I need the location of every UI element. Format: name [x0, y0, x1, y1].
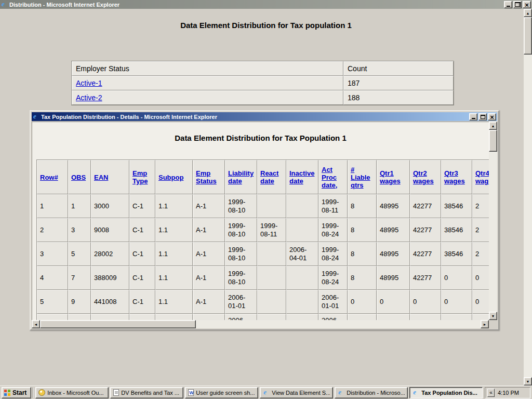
scroll-track[interactable]: [489, 130, 497, 312]
detail-cell: [193, 314, 225, 320]
status-cell: Active-1: [72, 76, 343, 90]
document-icon: [113, 389, 119, 396]
column-sort-link[interactable]: Inactive date: [289, 169, 314, 185]
detail-cell: 28002: [91, 242, 129, 266]
detail-cell: C-1: [129, 194, 155, 218]
detail-window-title: Tax Population Distribution - Details - …: [41, 114, 468, 120]
tray-chevron-button[interactable]: «: [487, 389, 495, 397]
main-page-heading: Data Element Distribution for Tax popula…: [0, 21, 532, 30]
minimize-button[interactable]: [504, 1, 512, 8]
detail-cell: 3: [68, 218, 91, 242]
minimize-button[interactable]: [469, 113, 477, 121]
detail-cell: [91, 314, 129, 320]
detail-cell: [257, 314, 286, 320]
close-button[interactable]: [488, 113, 496, 121]
detail-cell: 8: [348, 218, 377, 242]
detail-cell: [257, 194, 286, 218]
close-icon: [490, 112, 494, 122]
column-sort-link[interactable]: React date: [260, 169, 278, 185]
count-cell: 187: [343, 76, 454, 90]
detail-cell: 1999-08-24: [318, 266, 348, 290]
detail-cell: 8: [348, 242, 377, 266]
detail-horizontal-scrollbar[interactable]: [32, 320, 489, 328]
column-sort-link[interactable]: OBS: [71, 174, 86, 181]
task-label: DV Benefits and Tax ...: [121, 390, 179, 396]
main-vertical-scrollbar[interactable]: [524, 9, 532, 385]
detail-cell: 3: [37, 242, 68, 266]
detail-cell: [441, 314, 472, 320]
scroll-left-button[interactable]: [32, 320, 40, 328]
scroll-up-button[interactable]: [524, 9, 532, 17]
column-sort-link[interactable]: Qtr2 wages: [413, 169, 434, 185]
column-sort-link[interactable]: Qtr1 wages: [380, 169, 401, 185]
detail-cell: A-1: [193, 266, 225, 290]
detail-viewport: Data Element Distribution for Tax Popula…: [32, 122, 489, 320]
taskbar-tasks: Inbox - Microsoft Ou...DV Benefits and T…: [35, 387, 483, 398]
detail-cell: 1.1: [155, 218, 193, 242]
detail-cell: 1999-08-10: [225, 266, 257, 290]
scroll-track[interactable]: [40, 320, 481, 328]
column-sort-link[interactable]: Emp Status: [196, 169, 217, 185]
detail-column-header: Emp Type: [129, 160, 155, 194]
detail-cell: C-1: [129, 290, 155, 314]
column-sort-link[interactable]: Liability date: [228, 169, 254, 185]
main-titlebar: Distribution - Microsoft Internet Explor…: [0, 0, 532, 9]
taskbar-task[interactable]: User guide screen sh...: [185, 387, 258, 398]
detail-cell: 2: [472, 194, 489, 218]
word-icon: [188, 389, 194, 396]
scroll-up-button[interactable]: [489, 122, 497, 130]
detail-column-header: Row#: [37, 160, 68, 194]
scroll-thumb[interactable]: [524, 17, 532, 55]
maximize-button[interactable]: [478, 113, 487, 121]
taskbar-task[interactable]: DV Benefits and Tax ...: [110, 387, 183, 398]
status-link[interactable]: Active-2: [76, 94, 102, 102]
detail-cell: 5: [37, 290, 68, 314]
column-sort-link[interactable]: Qtr3 wages: [444, 169, 465, 185]
detail-row: 113000C-11.1A-11999-08-101999-08-1184899…: [37, 194, 489, 218]
detail-column-header: Inactive date: [286, 160, 318, 194]
table-row: Active-1 187: [72, 76, 454, 90]
main-window-title: Distribution - Microsoft Internet Explor…: [9, 2, 502, 8]
column-sort-link[interactable]: Row#: [40, 174, 58, 181]
taskbar-task[interactable]: Distribution - Microso...: [335, 387, 408, 398]
detail-cell: [286, 290, 318, 314]
detail-column-header: Liability date: [225, 160, 257, 194]
column-sort-link[interactable]: Qtr4 wages: [475, 169, 489, 185]
detail-cell: [68, 314, 91, 320]
main-window-controls: [504, 1, 531, 8]
close-button[interactable]: [523, 1, 531, 8]
column-sort-link[interactable]: EAN: [94, 174, 108, 181]
detail-window-body: Data Element Distribution for Tax Popula…: [32, 122, 497, 328]
scroll-track[interactable]: [524, 17, 532, 377]
scroll-down-button[interactable]: [489, 312, 497, 320]
column-sort-link[interactable]: # Liable qtrs: [351, 166, 370, 189]
detail-header-row: Row#OBSEANEmp TypeSubpopEmp StatusLiabil…: [37, 160, 489, 194]
scroll-down-button[interactable]: [524, 377, 532, 385]
scroll-thumb[interactable]: [40, 320, 196, 328]
column-sort-link[interactable]: Emp Type: [132, 169, 148, 185]
restore-button[interactable]: [513, 1, 522, 8]
status-link[interactable]: Active-1: [76, 79, 102, 87]
start-button[interactable]: Start: [2, 387, 31, 398]
detail-vertical-scrollbar[interactable]: [489, 122, 497, 320]
detail-row: 3528002C-11.1A-11999-08-102006-04-011999…: [37, 242, 489, 266]
maximize-icon: [481, 115, 485, 119]
scroll-right-button[interactable]: [481, 320, 489, 328]
column-sort-link[interactable]: Act Proc date,: [322, 166, 337, 189]
detail-cell: 38546: [441, 242, 472, 266]
detail-cell: 1999-08-11: [257, 218, 286, 242]
task-label: Inbox - Microsoft Ou...: [47, 390, 103, 396]
minimize-icon: [472, 118, 475, 119]
taskbar-task[interactable]: View Data Element S...: [260, 387, 333, 398]
detail-table: Row#OBSEANEmp TypeSubpopEmp StatusLiabil…: [36, 159, 489, 320]
detail-cell: 2: [472, 242, 489, 266]
taskbar-task[interactable]: Inbox - Microsoft Ou...: [35, 387, 109, 398]
detail-column-header: Qtr4 wages: [472, 160, 489, 194]
detail-cell: 0: [441, 266, 472, 290]
taskbar-task[interactable]: Tax Population Dis...: [409, 387, 483, 398]
detail-row: 239008C-11.1A-11999-08-101999-08-111999-…: [37, 218, 489, 242]
detail-column-header: Qtr2 wages: [410, 160, 441, 194]
scroll-thumb[interactable]: [489, 130, 497, 152]
column-sort-link[interactable]: Subpop: [158, 174, 183, 181]
detail-column-header: Qtr3 wages: [441, 160, 472, 194]
